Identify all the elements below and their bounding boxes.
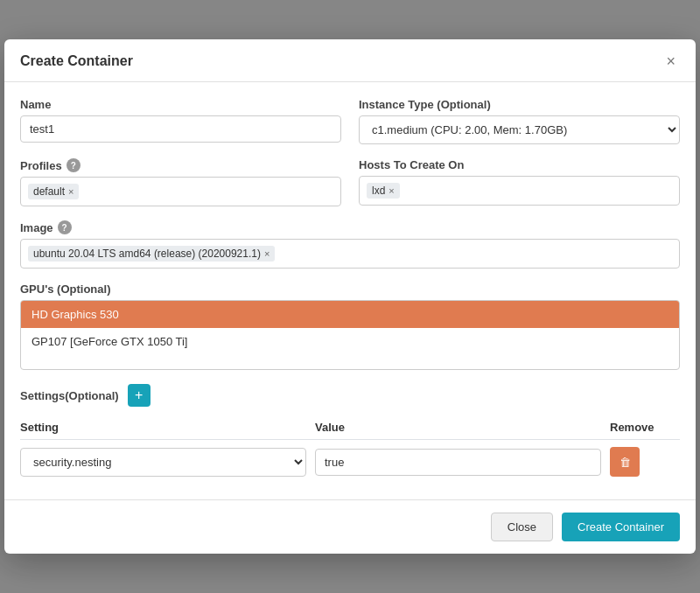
setting-select-wrap: security.nesting boot.autostart limits.c…	[20, 448, 306, 477]
settings-label: Settings(Optional)	[20, 389, 119, 402]
profile-tag-default-label: default	[33, 185, 65, 198]
modal-body: Name Instance Type (Optional) c1.medium …	[4, 82, 696, 499]
instance-type-label: Instance Type (Optional)	[359, 98, 680, 111]
add-setting-button[interactable]: +	[128, 384, 150, 407]
host-tag-lxd-label: lxd	[372, 185, 385, 197]
host-tag-lxd-remove[interactable]: ×	[388, 186, 394, 196]
gpu-list: HD Graphics 530 GP107 [GeForce GTX 1050 …	[20, 300, 680, 370]
modal-footer: Close Create Container	[4, 499, 696, 554]
create-container-modal: Create Container × Name Instance Type (O…	[4, 39, 696, 554]
gpu-section: GPU's (Optional) HD Graphics 530 GP107 […	[20, 283, 680, 370]
settings-header: Settings(Optional) +	[20, 384, 680, 407]
profiles-help-icon[interactable]: ?	[66, 158, 80, 172]
instance-type-select[interactable]: c1.medium (CPU: 2.00, Mem: 1.70GB)	[359, 115, 680, 144]
profile-tag-default: default ×	[28, 184, 79, 199]
setting-select-0[interactable]: security.nesting boot.autostart limits.c…	[20, 448, 306, 477]
profiles-group: Profiles ? default ×	[20, 158, 341, 206]
profiles-hosts-row: Profiles ? default × Hosts To Create On	[20, 158, 680, 206]
image-tag: ubuntu 20.04 LTS amd64 (release) (202009…	[28, 246, 275, 262]
host-tag-lxd: lxd ×	[367, 183, 400, 199]
col-remove-header: Remove	[610, 421, 680, 434]
image-section: Image ? ubuntu 20.04 LTS amd64 (release)…	[20, 220, 680, 269]
profile-tag-default-remove[interactable]: ×	[68, 187, 74, 197]
name-input[interactable]	[20, 115, 341, 143]
name-label: Name	[20, 98, 341, 111]
instance-type-group: Instance Type (Optional) c1.medium (CPU:…	[359, 98, 680, 144]
close-button[interactable]: Close	[491, 513, 553, 541]
profiles-tag-input[interactable]: default ×	[20, 177, 341, 206]
profiles-label: Profiles ?	[20, 158, 341, 172]
image-tag-remove[interactable]: ×	[264, 249, 270, 259]
settings-table: Setting Value Remove security.nesting bo…	[20, 415, 680, 477]
modal-title: Create Container	[20, 53, 133, 69]
gpu-item-gtx1050[interactable]: GP107 [GeForce GTX 1050 Ti]	[21, 328, 679, 355]
modal-header: Create Container ×	[4, 39, 696, 82]
create-container-button[interactable]: Create Container	[562, 513, 680, 541]
modal-close-button[interactable]: ×	[662, 52, 680, 71]
remove-setting-button-0[interactable]	[610, 447, 640, 477]
gpu-label: GPU's (Optional)	[20, 283, 680, 296]
hosts-label: Hosts To Create On	[359, 158, 680, 171]
settings-row-0: security.nesting boot.autostart limits.c…	[20, 447, 680, 477]
trash-icon	[620, 455, 631, 469]
settings-table-header: Setting Value Remove	[20, 415, 680, 440]
image-label: Image ?	[20, 220, 680, 234]
name-group: Name	[20, 98, 341, 144]
image-tag-input[interactable]: ubuntu 20.04 LTS amd64 (release) (202009…	[20, 239, 680, 269]
image-help-icon[interactable]: ?	[58, 220, 72, 234]
settings-section: Settings(Optional) + Setting Value Remov…	[20, 384, 680, 477]
hosts-group: Hosts To Create On lxd ×	[359, 158, 680, 206]
setting-value-input-0[interactable]	[315, 449, 601, 476]
gpu-item-hd530[interactable]: HD Graphics 530	[21, 301, 679, 328]
image-tag-label: ubuntu 20.04 LTS amd64 (release) (202009…	[33, 248, 261, 260]
hosts-tag-input[interactable]: lxd ×	[359, 176, 680, 206]
name-instancetype-row: Name Instance Type (Optional) c1.medium …	[20, 98, 680, 144]
col-setting-header: Setting	[20, 421, 315, 434]
col-value-header: Value	[315, 421, 610, 434]
